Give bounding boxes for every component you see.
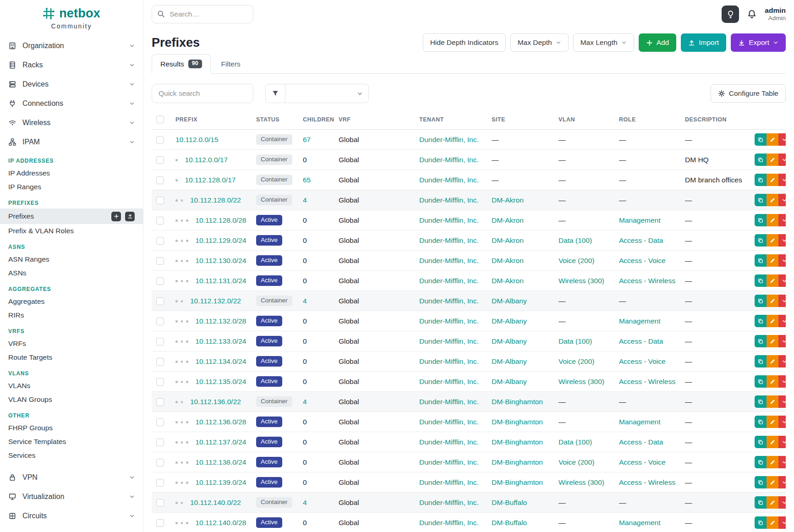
row-checkbox[interactable]	[156, 197, 164, 204]
row-checkbox[interactable]	[156, 257, 164, 265]
edit-button[interactable]	[767, 335, 778, 347]
role-link[interactable]: Access - Voice	[619, 257, 666, 264]
row-checkbox[interactable]	[156, 318, 164, 325]
prefix-link[interactable]: 10.112.131.0/24	[196, 277, 246, 285]
sidebar-item-rirs[interactable]: RIRs	[0, 308, 143, 322]
edit-button[interactable]	[767, 174, 778, 186]
copy-button[interactable]	[755, 516, 767, 529]
column-header-vrf[interactable]: VRF	[334, 110, 415, 130]
export-dropdown[interactable]: Export	[731, 33, 786, 52]
edit-button[interactable]	[767, 234, 778, 247]
sidebar-item-aggregates[interactable]: Aggregates	[0, 295, 143, 308]
sidebar-item-vlan-groups[interactable]: VLAN Groups	[0, 393, 143, 406]
tenant-link[interactable]: Dunder-Mifflin, Inc.	[419, 337, 479, 345]
column-header-description[interactable]: DESCRIPTION	[680, 110, 750, 130]
role-link[interactable]: Access - Voice	[619, 357, 666, 365]
prefix-link[interactable]: 10.112.128.0/28	[196, 216, 246, 224]
site-link[interactable]: DM-Binghamton	[492, 438, 543, 446]
copy-button[interactable]	[755, 496, 767, 509]
column-header-vlan[interactable]: VLAN	[554, 110, 614, 130]
copy-button[interactable]	[755, 194, 767, 206]
tenant-link[interactable]: Dunder-Mifflin, Inc.	[419, 216, 479, 224]
copy-button[interactable]	[755, 174, 767, 186]
prefix-link[interactable]: 10.112.135.0/24	[196, 378, 246, 385]
vlan-link[interactable]: Wireless (300)	[559, 378, 604, 385]
children-count-link[interactable]: 4	[303, 499, 307, 506]
tab-results[interactable]: Results 90	[152, 54, 211, 74]
row-checkbox[interactable]	[156, 176, 164, 184]
edit-button[interactable]	[767, 516, 778, 529]
edit-button[interactable]	[767, 375, 778, 388]
tenant-link[interactable]: Dunder-Mifflin, Inc.	[419, 357, 479, 365]
import-button[interactable]: Import	[681, 33, 726, 52]
sidebar-group-virtualization[interactable]: Virtualization	[0, 487, 143, 506]
copy-button[interactable]	[755, 476, 767, 488]
tenant-link[interactable]: Dunder-Mifflin, Inc.	[419, 236, 479, 244]
delete-button[interactable]	[778, 456, 786, 468]
sidebar-item-vrfs[interactable]: VRFs	[0, 337, 143, 351]
prefix-link[interactable]: 10.112.0.0/17	[185, 156, 228, 164]
filter-button[interactable]	[265, 84, 285, 103]
children-count-link[interactable]: 67	[303, 136, 311, 143]
column-header-site[interactable]: SITE	[487, 110, 554, 130]
role-link[interactable]: Access - Voice	[619, 458, 666, 466]
row-checkbox[interactable]	[156, 217, 164, 225]
vlan-link[interactable]: Wireless (300)	[559, 277, 604, 285]
tenant-link[interactable]: Dunder-Mifflin, Inc.	[419, 277, 479, 285]
delete-button[interactable]	[778, 194, 786, 206]
tenant-link[interactable]: Dunder-Mifflin, Inc.	[419, 378, 479, 385]
copy-button[interactable]	[755, 355, 767, 367]
vlan-link[interactable]: Voice (200)	[559, 458, 594, 466]
sidebar-group-wireless[interactable]: Wireless	[0, 113, 143, 132]
sidebar-item-service-templates[interactable]: Service Templates	[0, 435, 143, 449]
copy-button[interactable]	[755, 234, 767, 247]
row-checkbox[interactable]	[156, 439, 164, 446]
prefix-link[interactable]: 10.112.132.0/22	[190, 297, 241, 305]
site-link[interactable]: DM-Binghamton	[492, 398, 543, 406]
prefix-link[interactable]: 10.112.129.0/24	[196, 236, 246, 244]
delete-button[interactable]	[778, 375, 786, 388]
copy-button[interactable]	[755, 335, 767, 347]
site-link[interactable]: DM-Akron	[492, 277, 524, 285]
sidebar-item-asn-ranges[interactable]: ASN Ranges	[0, 252, 143, 266]
quick-import-button[interactable]	[125, 212, 135, 221]
tenant-link[interactable]: Dunder-Mifflin, Inc.	[419, 478, 479, 486]
role-link[interactable]: Management	[619, 216, 660, 224]
role-link[interactable]: Access - Data	[619, 438, 663, 446]
max-depth-dropdown[interactable]: Max Depth	[510, 33, 569, 52]
row-checkbox[interactable]	[156, 499, 164, 507]
site-link[interactable]: DM-Albany	[492, 317, 527, 325]
tenant-link[interactable]: Dunder-Mifflin, Inc.	[419, 156, 479, 164]
delete-button[interactable]	[778, 234, 786, 247]
sidebar-item-prefix-vlan-roles[interactable]: Prefix & VLAN Roles	[0, 224, 143, 238]
edit-button[interactable]	[767, 214, 778, 226]
sidebar-item-prefixes[interactable]: Prefixes	[0, 208, 143, 224]
delete-button[interactable]	[778, 214, 786, 226]
site-link[interactable]: DM-Albany	[492, 297, 527, 305]
edit-button[interactable]	[767, 295, 778, 307]
delete-button[interactable]	[778, 516, 786, 529]
brand[interactable]: netbox Community	[0, 6, 143, 30]
edit-button[interactable]	[767, 254, 778, 267]
copy-button[interactable]	[755, 274, 767, 287]
column-header-role[interactable]: ROLE	[614, 110, 680, 130]
vlan-link[interactable]: Data (100)	[559, 438, 592, 446]
tab-filters[interactable]: Filters	[213, 55, 249, 74]
prefix-link[interactable]: 10.112.0.0/15	[175, 136, 219, 143]
copy-button[interactable]	[755, 154, 767, 166]
copy-button[interactable]	[755, 375, 767, 388]
column-header-status[interactable]: STATUS	[252, 110, 298, 130]
configure-table-button[interactable]: Configure Table	[711, 84, 786, 103]
quick-search-input[interactable]	[152, 84, 253, 103]
tenant-link[interactable]: Dunder-Mifflin, Inc.	[419, 418, 479, 426]
sidebar-item-route-targets[interactable]: Route Targets	[0, 351, 143, 364]
tenant-link[interactable]: Dunder-Mifflin, Inc.	[419, 257, 479, 264]
sidebar-group-devices[interactable]: Devices	[0, 75, 143, 94]
row-checkbox[interactable]	[156, 418, 164, 426]
site-link[interactable]: DM-Albany	[492, 378, 527, 385]
children-count-link[interactable]: 4	[303, 398, 307, 406]
row-checkbox[interactable]	[156, 459, 164, 466]
delete-button[interactable]	[778, 436, 786, 448]
edit-button[interactable]	[767, 476, 778, 488]
role-link[interactable]: Access - Wireless	[619, 478, 675, 486]
